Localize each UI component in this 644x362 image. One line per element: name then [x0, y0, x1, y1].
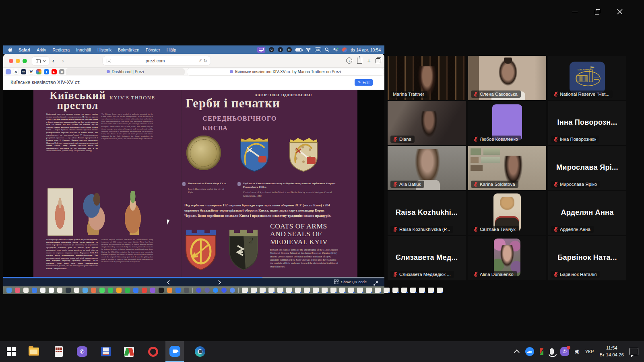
pinned-tab-icon[interactable]: A	[13, 69, 19, 74]
dock-app-icon[interactable]	[40, 288, 45, 293]
dock-comm-app-icon[interactable]	[204, 288, 210, 293]
participant-tile-svitlana-tymchuk[interactable]: Світлана Тимчук	[468, 191, 546, 235]
back-button[interactable]: ‹	[52, 58, 54, 64]
reload-icon[interactable]: ↻	[204, 58, 207, 64]
close-button[interactable]	[611, 6, 629, 17]
participant-tile-lyubov-kovalenko[interactable]: Любов Коваленко	[468, 101, 546, 145]
menu-safari[interactable]: Safari	[19, 47, 30, 52]
dock-app-icon[interactable]	[23, 288, 29, 293]
menu-innehall[interactable]: Innehåll	[76, 47, 91, 52]
clock[interactable]: 11:54 Вт 14.04.26	[599, 345, 624, 358]
mac-minimize-traffic-light[interactable]	[16, 59, 20, 63]
dock-document-thumbnail[interactable]	[392, 288, 398, 293]
opera-button[interactable]	[144, 341, 162, 362]
show-qr-code-button[interactable]: Show QR code	[334, 280, 367, 284]
dock-document-thumbnail[interactable]	[419, 288, 425, 293]
pinned-tab-icon[interactable]: ▣	[59, 69, 64, 74]
menu-redigera[interactable]: Redigera	[53, 47, 70, 52]
zoom-tray-icon[interactable]: zm	[525, 347, 534, 356]
dock-app-icon[interactable]	[108, 288, 113, 293]
dock-document-thumbnail[interactable]	[375, 288, 381, 293]
mac-close-traffic-light[interactable]	[9, 59, 13, 63]
wifi-icon[interactable]	[305, 47, 311, 53]
dock-app-icon[interactable]	[6, 288, 12, 293]
menubar-app-icon-red[interactable]	[342, 47, 347, 52]
menubar-app-icon-z[interactable]: z	[278, 47, 283, 52]
previous-slide-button[interactable]	[166, 280, 171, 285]
dock-app-icon[interactable]	[142, 288, 147, 293]
battery-icon[interactable]	[295, 48, 302, 51]
control-center-icon[interactable]	[333, 47, 339, 53]
prezi-canvas[interactable]: Київський престол KYIV'S THRONE Київськи…	[3, 90, 384, 277]
dock-document-thumbnail[interactable]	[357, 288, 363, 293]
dock-app-icon[interactable]	[159, 288, 164, 293]
dock-app-icon[interactable]	[49, 288, 54, 293]
forward-button[interactable]: ›	[62, 58, 64, 64]
minimize-button[interactable]	[566, 6, 584, 17]
edge-button[interactable]	[191, 341, 209, 362]
dock-app-icon[interactable]	[175, 288, 181, 293]
menu-hjalp[interactable]: Hjälp	[167, 47, 176, 52]
reader-view-icon[interactable]	[107, 59, 111, 63]
save-app-button[interactable]	[97, 341, 115, 362]
dock-document-thumbnail[interactable]	[260, 288, 266, 293]
dock-document-thumbnail[interactable]	[366, 288, 372, 293]
participant-tile-alla-batiuk[interactable]: Alla Batiuk	[388, 146, 466, 190]
calculator-button[interactable]	[50, 341, 68, 362]
dock-comm-app-icon[interactable]	[221, 288, 227, 293]
dock-document-thumbnail[interactable]	[384, 288, 390, 293]
translate-icon[interactable]: ᴀ̈	[199, 58, 201, 64]
dock-comm-app-icon[interactable]	[230, 288, 235, 293]
zoom-app-button[interactable]	[165, 341, 184, 362]
participant-tile-myroslava-yariko[interactable]: Мирослава Ярі... Мирослава Яріко	[548, 146, 626, 190]
input-source-badge[interactable]: SE	[315, 47, 321, 52]
start-button[interactable]	[2, 341, 21, 362]
dock-app-icon[interactable]	[15, 288, 20, 293]
dock-app-icon[interactable]	[83, 288, 88, 293]
new-tab-button[interactable]: +	[367, 57, 371, 64]
menu-historik[interactable]: Historik	[97, 47, 111, 52]
dock-app-icon[interactable]	[57, 288, 62, 293]
dock-document-thumbnail[interactable]	[322, 288, 328, 293]
viber-tray-icon[interactable]: ✆	[560, 347, 569, 356]
pinned-tab-icon[interactable]: ico	[21, 69, 26, 74]
dock-app-icon[interactable]	[99, 288, 105, 293]
participant-tile-national-reserve[interactable]: БАТУРИН National Reserve "Het...	[548, 56, 626, 100]
tab-dashboard-prezi[interactable]: Dashboard | Prezi	[66, 68, 185, 75]
dock-document-thumbnail[interactable]	[268, 288, 275, 293]
next-slide-button[interactable]	[217, 280, 222, 285]
dock-app-icon[interactable]	[91, 288, 96, 293]
dock-document-thumbnail[interactable]	[286, 288, 292, 293]
participant-tile-yelyzaveta-medvediuk[interactable]: Єлизавета Мед... Єлизавета Медведюк ...	[388, 236, 466, 280]
dock-document-thumbnail[interactable]	[339, 288, 345, 293]
dock-document-thumbnail[interactable]	[428, 288, 434, 293]
microphone-tray-icon[interactable]	[550, 348, 554, 355]
pinned-tab-icon[interactable]	[6, 69, 11, 74]
tab-kyiv-principality[interactable]: Київське князівство XIV-XV ст. by Marina…	[187, 68, 384, 75]
dock-document-thumbnail[interactable]	[295, 288, 301, 293]
dock-app-icon[interactable]	[116, 288, 122, 293]
dock-app-icon[interactable]	[32, 288, 37, 293]
sidebar-toggle-button[interactable]	[32, 57, 49, 65]
dock-document-thumbnail[interactable]	[401, 288, 407, 293]
photos-app-button[interactable]	[120, 341, 138, 362]
dock-comm-app-icon[interactable]	[196, 288, 201, 293]
pinned-tab-icon[interactable]: W	[29, 69, 34, 74]
participant-tile-ardelian-anna[interactable]: Арделян Анна Арделян Анна	[548, 191, 626, 235]
dock-app-icon[interactable]	[167, 288, 172, 293]
mac-zoom-traffic-light[interactable]	[23, 59, 27, 63]
restore-button[interactable]	[588, 6, 607, 17]
dock-comm-app-icon[interactable]	[213, 288, 218, 293]
participant-tile-inna-povorozniuk[interactable]: Інна Поворозн... Інна Поворознюк	[548, 101, 626, 145]
menu-fonster[interactable]: Fönster	[146, 47, 160, 52]
participant-tile-olena-sakovska[interactable]: Олена Саковська	[468, 56, 546, 100]
dock-document-thumbnail[interactable]	[437, 288, 443, 293]
dock-document-thumbnail[interactable]	[330, 288, 336, 293]
dock-document-thumbnail[interactable]	[242, 288, 248, 293]
dock-document-thumbnail[interactable]	[313, 288, 319, 293]
dock-app-icon[interactable]	[125, 288, 130, 293]
screen-sharing-icon[interactable]	[257, 47, 265, 53]
participant-tile-karina-soldatova[interactable]: Karina Soldatova	[468, 146, 546, 190]
address-bar[interactable]: prezi.com ᴀ̈ ↻	[103, 56, 211, 65]
menubar-app-icon-g[interactable]: G	[269, 47, 274, 52]
